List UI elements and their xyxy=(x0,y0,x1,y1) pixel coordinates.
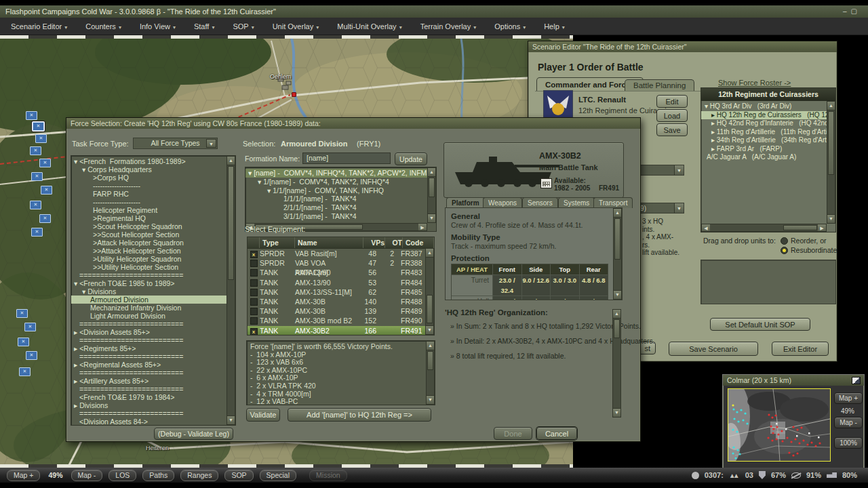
done-button[interactable]: Done xyxy=(494,427,532,440)
tree-item[interactable]: >Attack Helicopter Squadron xyxy=(71,239,235,247)
unit-counter[interactable]: ✕ xyxy=(19,367,31,376)
reorder-radio[interactable] xyxy=(781,237,788,245)
tree-item[interactable]: ▾ Corps Headquarters xyxy=(71,165,235,174)
tree-item[interactable]: ▸ Divisions xyxy=(71,401,235,409)
edit-button[interactable]: Edit xyxy=(656,95,688,108)
tree-item[interactable]: ▾ <French TO&E 1985 to 1989> xyxy=(71,279,235,287)
save-scenario-button[interactable]: Save Scenario xyxy=(669,342,758,356)
tree-item[interactable]: >>Attack Helicopter Section xyxy=(71,247,235,255)
oob-scrollbar-horizontal[interactable]: ◀ ▶ xyxy=(701,224,827,232)
tree-item[interactable]: Light Armoured Division xyxy=(71,312,235,320)
formation-node[interactable]: ▾ [name] - COMV*4, INFHQ*4, TANK*2, APCW… xyxy=(245,169,436,178)
cancel-button[interactable]: Cancel xyxy=(536,427,577,440)
tree-item[interactable]: ========================= xyxy=(71,271,235,279)
unit-counter[interactable]: ✕ xyxy=(24,323,36,331)
formation-scrollbar-vertical[interactable]: ▲ ▼ xyxy=(427,167,436,223)
platform-scrollbar[interactable]: ▲ ▼ xyxy=(613,208,622,300)
show-force-roster-link[interactable]: Show Force Roster -> xyxy=(718,79,791,87)
scroll-down-icon[interactable]: ▼ xyxy=(428,214,435,222)
oob-tree-item[interactable]: ▸ HQ 42nd Reg d'Infanterie (HQ 42nd Reg … xyxy=(701,119,835,128)
oob-tree-item[interactable]: ▸ 11th Reg d'Artillerie (11th Reg d'Arti… xyxy=(701,128,835,137)
tree-item[interactable]: ========================= xyxy=(71,369,235,377)
formation-node[interactable]: 3/1/1/[name] - TANK*4 xyxy=(245,212,436,221)
equipment-row[interactable]: TANK AMX-13/SS-11[M] 62 FR485 xyxy=(248,287,425,297)
equipment-scrollbar[interactable]: ▲ ▼ xyxy=(425,248,434,335)
scroll-left-icon[interactable]: ◀ xyxy=(702,224,710,231)
menu-item[interactable]: Multi-Unit Overlay▾ xyxy=(337,22,401,30)
equipment-row[interactable]: SPRDR VAB VOA RATAC[m] 47 2 FR388 xyxy=(248,258,425,268)
tree-item[interactable]: ▾ Divisions xyxy=(71,287,235,296)
tree-item[interactable]: ▸ <Regimental Assets 85+> xyxy=(71,361,235,369)
tree-item[interactable]: ========================= xyxy=(71,336,235,344)
map-zoom-in-button[interactable]: Map + xyxy=(7,470,40,481)
formation-node[interactable]: ▾ 1/1/[name] - COMV, TANK, INFHQ xyxy=(245,186,436,195)
tree-item[interactable]: >Scout Helicopter Squadron xyxy=(71,222,235,230)
update-button[interactable]: Update xyxy=(395,152,427,165)
exit-editor-button[interactable]: Exit Editor xyxy=(772,342,829,356)
scroll-down-icon[interactable]: ▼ xyxy=(227,415,235,424)
column-header-type[interactable]: Type xyxy=(260,237,295,248)
scroll-down-icon[interactable]: ▼ xyxy=(613,408,620,417)
oob-tree-item[interactable]: ▸ 34th Reg d'Artillerie (34th Reg d'Arti… xyxy=(701,136,835,145)
menu-item[interactable]: Info View▾ xyxy=(140,22,176,30)
tree-item[interactable]: ========================= xyxy=(71,352,235,361)
equipment-checkbox[interactable] xyxy=(250,308,258,315)
equipment-checkbox[interactable] xyxy=(250,269,258,277)
minimap-thumbnail[interactable] xyxy=(728,388,831,462)
equipment-checkbox[interactable] xyxy=(250,298,258,306)
unit-counter-selected[interactable]: ✕ xyxy=(33,122,44,131)
scroll-up-icon[interactable]: ▲ xyxy=(227,157,235,165)
unit-counter[interactable]: ✕ xyxy=(39,214,51,223)
menu-item[interactable]: Scenario Editor▾ xyxy=(11,22,67,30)
map-mode-icon[interactable] xyxy=(852,377,861,384)
tab-battle-planning[interactable]: Battle Planning xyxy=(625,79,694,92)
set-default-unit-sop-button[interactable]: Set Default Unit SOP xyxy=(710,318,810,331)
tree-scrollbar[interactable]: ▲ ▼ xyxy=(226,156,235,425)
equipment-row[interactable]: TANK AMX-30B mod B2 152 FR490 xyxy=(248,316,425,325)
tree-item[interactable]: ▸ <Artillery Assets 85+> xyxy=(71,377,235,385)
tree-item[interactable]: Armoured Division xyxy=(71,296,235,304)
equipment-checkbox[interactable] xyxy=(250,279,258,287)
equipment-row[interactable]: TANK AMX-30B 140 FR488 xyxy=(248,297,425,306)
chevron-down-icon[interactable]: ▼ xyxy=(674,165,684,175)
tree-item[interactable]: Mechanized Infantry Division xyxy=(71,304,235,312)
equipment-row[interactable]: TANK AMX-13/90 53 FR484 xyxy=(248,278,425,287)
task-force-type-dropdown[interactable]: All Force Types▼ xyxy=(133,138,218,149)
scroll-down-icon[interactable]: ▼ xyxy=(427,395,434,404)
minimap-titlebar[interactable]: Colmar (20 x 15 km) xyxy=(723,375,864,386)
unit-counter[interactable]: ✕ xyxy=(35,134,47,143)
equipment-row[interactable]: TANK AMX-30B 139 FR489 xyxy=(248,306,425,316)
tree-item[interactable]: <Division Assets 84-> xyxy=(71,418,235,426)
unit-counter[interactable]: ✕ xyxy=(26,111,37,120)
toolbar-button[interactable]: Special xyxy=(260,470,296,481)
unit-counter[interactable]: ✕ xyxy=(39,159,51,167)
map-zoom-out-button[interactable]: Map - xyxy=(71,470,103,481)
minimize-icon[interactable]: – xyxy=(843,7,851,15)
tree-item[interactable]: <French TO&E 1979 to 1984> xyxy=(71,393,235,401)
toolbar-button[interactable]: Paths xyxy=(142,470,174,481)
column-header-vps[interactable]: VPs xyxy=(363,237,385,248)
resubordinate-radio[interactable] xyxy=(781,247,788,254)
scroll-up-icon[interactable]: ▲ xyxy=(428,168,435,177)
formation-node[interactable]: ▾ 1/[name] - COMV*4, TANK*2, INFHQ*4 xyxy=(245,178,436,186)
tree-item[interactable]: ========================= xyxy=(71,385,235,393)
unit-counter[interactable]: ✕ xyxy=(31,228,43,237)
menu-item[interactable]: SOP▾ xyxy=(233,22,254,30)
equipment-checkbox[interactable] xyxy=(250,317,258,325)
unit-counter[interactable]: ✕ xyxy=(16,309,28,318)
tree-item[interactable]: ========================= xyxy=(71,320,235,328)
scroll-right-icon[interactable]: ▶ xyxy=(418,224,427,230)
load-button[interactable]: Load xyxy=(656,109,688,122)
validate-button[interactable]: Validate xyxy=(246,408,280,422)
menu-item[interactable]: Counters▾ xyxy=(85,22,121,30)
tree-item[interactable]: ▸ <Regiments 85+> xyxy=(71,344,235,352)
scroll-up-icon[interactable]: ▲ xyxy=(426,249,433,258)
formation-structure-tree[interactable]: ▾ [name] - COMV*4, INFHQ*4, TANK*2, APCW… xyxy=(245,167,437,232)
equipment-row[interactable]: TANK AMX-13/90 56 FR483 xyxy=(248,268,425,277)
column-header-ot[interactable]: OT xyxy=(385,237,403,248)
tab-transport[interactable]: Transport xyxy=(593,197,633,208)
organization-scrollbar[interactable]: ▲ ▼ xyxy=(612,309,621,418)
unit-counter[interactable]: ✕ xyxy=(26,351,37,360)
unit-counter[interactable]: ✕ xyxy=(30,146,41,155)
tab-platform[interactable]: Platform xyxy=(446,197,485,208)
